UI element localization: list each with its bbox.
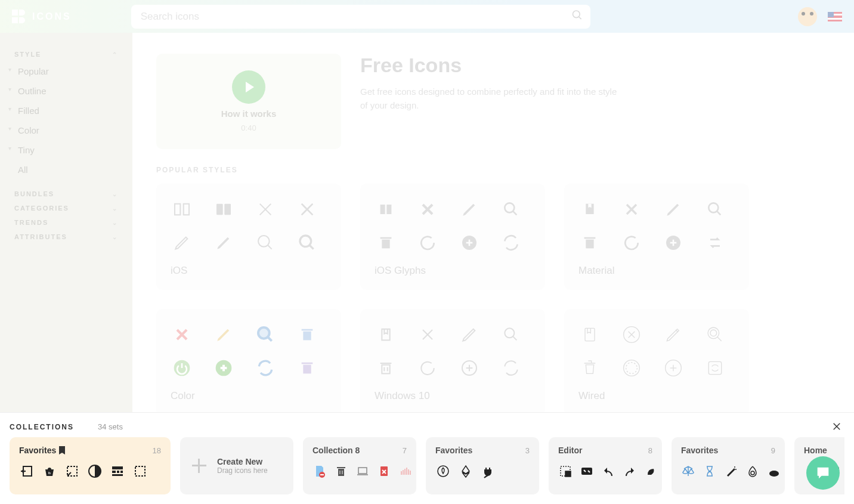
svg-rect-78 xyxy=(117,471,119,473)
search-bold-icon xyxy=(296,231,318,254)
page-subtitle: Get free icons designed to combine perfe… xyxy=(360,85,623,112)
collection-card[interactable]: Favorites 9 xyxy=(672,437,785,494)
trash-icon xyxy=(578,231,601,254)
book-icon xyxy=(578,323,601,346)
svg-line-11 xyxy=(310,245,314,249)
collection-name: Home xyxy=(804,446,827,455)
svg-point-105 xyxy=(769,471,779,477)
close-icon xyxy=(620,198,643,221)
pencil-icon xyxy=(662,198,685,221)
style-card-ios-glyphs[interactable]: iOS Glyphs xyxy=(360,184,545,290)
hourglass-icon xyxy=(703,463,717,479)
svg-line-17 xyxy=(513,211,517,215)
collection-card[interactable]: Collection 8 7 xyxy=(303,437,416,494)
bars-icon xyxy=(398,463,413,479)
chat-button[interactable] xyxy=(806,456,840,490)
sidebar-item-all[interactable]: All xyxy=(0,160,132,180)
sidebar-section-categories[interactable]: CATEGORIES⌄ xyxy=(0,201,132,215)
pencil-icon xyxy=(458,198,481,221)
undo-icon xyxy=(601,463,615,479)
logo-mark-icon xyxy=(12,10,26,24)
search-input[interactable] xyxy=(131,5,590,29)
sidebar-item-popular[interactable]: Popular xyxy=(0,61,132,81)
svg-rect-79 xyxy=(120,471,123,473)
style-card-ios[interactable]: iOS xyxy=(156,184,341,290)
svg-rect-57 xyxy=(585,328,595,341)
main-content: How it works 0:40 Free Icons Get free ic… xyxy=(132,33,854,412)
logo[interactable]: ICONS xyxy=(12,10,72,24)
style-card-windows10[interactable]: Windows 10 xyxy=(360,309,545,412)
collections-row[interactable]: Favorites 18 lb Create New Drag icons he… xyxy=(10,437,844,494)
trash-icon xyxy=(375,357,397,379)
create-collection-card[interactable]: Create New Drag icons here xyxy=(180,437,293,494)
svg-point-61 xyxy=(708,327,719,339)
collection-name: Editor xyxy=(558,446,582,455)
sync-blue-icon xyxy=(254,357,277,379)
close-collections-button[interactable] xyxy=(831,421,842,435)
chevron-up-icon: ⌃ xyxy=(112,51,118,58)
svg-point-98 xyxy=(438,466,448,477)
collection-name: Favorites xyxy=(19,446,66,455)
svg-line-36 xyxy=(268,337,272,341)
svg-rect-76 xyxy=(112,466,123,469)
collection-card[interactable]: Favorites 3 xyxy=(426,437,539,494)
create-new-label: Create New xyxy=(217,457,268,466)
style-name: Material xyxy=(578,265,735,277)
export-icon xyxy=(19,463,35,479)
wand-icon xyxy=(724,463,738,479)
close-icon xyxy=(416,323,439,346)
svg-rect-84 xyxy=(338,469,344,476)
sidebar-section-style[interactable]: STYLE⌃ xyxy=(0,47,132,61)
bookmark-icon xyxy=(58,446,66,454)
svg-rect-18 xyxy=(382,240,389,249)
search-wrap xyxy=(131,5,590,29)
collection-count: 18 xyxy=(153,446,161,455)
style-card-wired[interactable]: Wired xyxy=(564,309,749,412)
close-icon xyxy=(416,198,439,221)
sidebar-section-bundles[interactable]: BUNDLES⌄ xyxy=(0,187,132,201)
shape-icon xyxy=(644,463,658,479)
sidebar-item-filled[interactable]: Filled xyxy=(0,101,132,120)
svg-rect-43 xyxy=(303,365,311,374)
sidebar-item-outline[interactable]: Outline xyxy=(0,81,132,101)
search-outline-icon xyxy=(254,231,277,254)
svg-point-102 xyxy=(734,466,735,468)
sync-icon xyxy=(500,231,522,254)
search-icon xyxy=(704,198,726,221)
book-filled-icon xyxy=(212,198,235,221)
svg-point-104 xyxy=(751,471,754,475)
collection-count: 7 xyxy=(403,446,407,455)
plus-circle-icon xyxy=(458,231,481,254)
collection-name: Collection 8 xyxy=(312,446,360,455)
video-card[interactable]: How it works 0:40 xyxy=(156,54,341,149)
plus-circle-icon xyxy=(662,357,685,379)
style-card-material[interactable]: Material xyxy=(564,184,749,290)
avatar[interactable] xyxy=(798,7,817,26)
refresh-icon xyxy=(620,231,643,254)
collection-card[interactable]: Editor 8 xyxy=(549,437,662,494)
droplet-icon xyxy=(745,463,760,479)
style-card-color[interactable]: Color xyxy=(156,309,341,412)
refresh-icon xyxy=(416,357,439,379)
sidebar-item-color[interactable]: Color xyxy=(0,120,132,140)
contrast-icon xyxy=(87,463,103,479)
close-thin-icon xyxy=(254,198,277,221)
collection-card-favorites[interactable]: Favorites 18 lb xyxy=(10,437,171,494)
sidebar-section-trends[interactable]: TRENDS⌄ xyxy=(0,215,132,230)
svg-rect-37 xyxy=(303,332,311,341)
header: ICONS xyxy=(0,0,854,33)
book-icon xyxy=(375,198,397,221)
svg-rect-69 xyxy=(708,361,721,374)
create-new-hint: Drag icons here xyxy=(217,466,268,475)
search-button[interactable] xyxy=(571,9,583,24)
svg-rect-3 xyxy=(224,204,231,215)
locale-flag[interactable] xyxy=(828,12,842,21)
sidebar-section-attributes[interactable]: ATTRIBUTES⌄ xyxy=(0,230,132,244)
sidebar-item-tiny[interactable]: Tiny xyxy=(0,140,132,160)
search-icon xyxy=(500,323,522,346)
svg-rect-2 xyxy=(216,204,223,215)
style-name: iOS Glyphs xyxy=(375,265,531,277)
chevron-down-icon: ⌄ xyxy=(112,234,118,240)
bookmark-icon xyxy=(578,198,601,221)
brand-text: ICONS xyxy=(32,11,72,22)
